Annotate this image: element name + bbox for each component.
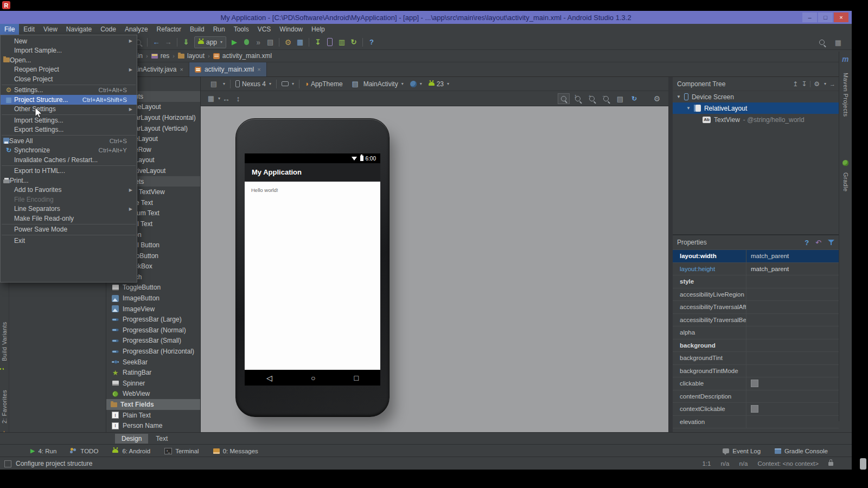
revert-icon[interactable]: ↶ xyxy=(815,239,821,247)
file-menu-item-invalidate-caches-restart[interactable]: Invalidate Caches / Restart... xyxy=(1,155,137,165)
property-row-accessibilityliveregion[interactable]: accessibilityLiveRegion xyxy=(673,288,839,301)
property-row-style[interactable]: style xyxy=(673,275,839,288)
gear-icon[interactable] xyxy=(651,93,663,104)
toolwindow-stripe-gradle[interactable]: Gradle xyxy=(842,170,849,195)
file-menu-item-import-sample[interactable]: Import Sample... xyxy=(1,46,137,56)
avd-manager-icon[interactable] xyxy=(324,37,336,48)
file-menu-item-save-all[interactable]: Save AllCtrl+S xyxy=(1,136,137,146)
menu-help[interactable]: Help xyxy=(307,24,329,35)
property-row-accessibilitytraversalbefore[interactable]: accessibilityTraversalBefore xyxy=(673,314,839,327)
help-icon[interactable]: ? xyxy=(805,239,809,247)
panel-splitter[interactable] xyxy=(668,77,673,432)
configuration-selector[interactable] xyxy=(205,78,228,90)
search-icon[interactable] xyxy=(816,37,828,48)
property-row-layout-width[interactable]: layout:widthmatch_parent xyxy=(673,250,839,263)
settings-icon[interactable] xyxy=(282,37,294,48)
palette-item-imagebutton[interactable]: ImageButton xyxy=(106,293,200,304)
palette-section-text-fields[interactable]: Text Fields xyxy=(106,399,200,410)
file-menu-item-export-to-html[interactable]: Export to HTML... xyxy=(1,166,137,176)
property-row-clickable[interactable]: clickable xyxy=(673,377,839,390)
zoom-grid-icon[interactable] xyxy=(205,93,217,104)
maximize-button[interactable]: □ xyxy=(818,12,833,22)
zoom-actual-icon[interactable]: 1 xyxy=(572,93,584,104)
file-menu-item-close-project[interactable]: Close Project xyxy=(1,74,137,84)
expand-arrow-icon[interactable]: ▼ xyxy=(676,94,681,99)
editor-mode-tab-design[interactable]: Design xyxy=(115,434,148,444)
toolwindow-6-android[interactable]: 6: Android xyxy=(112,448,150,454)
toolwindow-4-run[interactable]: 4: Run xyxy=(30,447,56,454)
api-level-selector[interactable]: 23 xyxy=(426,78,452,90)
palette-item-spinner[interactable]: Spinner xyxy=(106,378,200,389)
toolwindow-stripe-build-variants[interactable]: Build Variants xyxy=(1,320,8,363)
toolwindow-toggle-icon[interactable] xyxy=(4,460,11,467)
menu-file[interactable]: File xyxy=(0,24,19,35)
file-menu-item-open[interactable]: Open... xyxy=(1,55,137,65)
palette-item-progressbar-horizontal[interactable]: ProgressBar (Horizontal) xyxy=(106,346,200,357)
zoom-out-icon[interactable]: − xyxy=(600,93,612,104)
menu-run[interactable]: Run xyxy=(209,24,229,35)
property-row-accessibilitytraversalafter[interactable]: accessibilityTraversalAfter xyxy=(673,301,839,314)
property-row-backgroundtintmode[interactable]: backgroundTintMode xyxy=(673,365,839,378)
debug-icon[interactable] xyxy=(240,37,252,48)
toolwindow-stripe-maven-projects[interactable]: Maven Projects xyxy=(842,68,849,122)
file-menu-item-exit[interactable]: Exit xyxy=(1,236,137,246)
fit-height-icon[interactable] xyxy=(232,93,244,104)
palette-item-plain-text[interactable]: Plain Text xyxy=(106,410,200,421)
file-menu-item-make-file-read-only[interactable]: Make File Read-only xyxy=(1,214,137,223)
minimize-button[interactable]: – xyxy=(802,12,817,22)
forward-icon[interactable] xyxy=(162,37,174,48)
compile-icon[interactable] xyxy=(180,37,192,48)
coverage-icon[interactable] xyxy=(252,37,264,48)
file-menu-item-print[interactable]: Print... xyxy=(1,176,137,185)
menu-navigate[interactable]: Navigate xyxy=(62,24,96,35)
menu-edit[interactable]: Edit xyxy=(19,24,39,35)
toolwindow-event-log[interactable]: Event Log xyxy=(723,448,761,454)
locale-selector[interactable] xyxy=(407,78,425,90)
palette-item-progressbar-normal[interactable]: ProgressBar (Normal) xyxy=(106,325,200,336)
run-configuration-selector[interactable]: app xyxy=(194,36,226,48)
menu-tools[interactable]: Tools xyxy=(229,24,253,35)
panels-icon[interactable] xyxy=(832,37,844,48)
menu-refactor[interactable]: Refactor xyxy=(152,24,186,35)
expand-arrow-icon[interactable]: ▼ xyxy=(686,106,691,111)
lock-icon[interactable] xyxy=(828,462,833,466)
gradle-sync-icon[interactable] xyxy=(348,37,360,48)
fit-width-icon[interactable] xyxy=(220,93,232,104)
collapse-all-icon[interactable] xyxy=(801,80,807,88)
menu-window[interactable]: Window xyxy=(275,24,307,35)
zoom-in-icon[interactable]: + xyxy=(586,93,598,104)
file-menu-item-new[interactable]: New▶ xyxy=(1,36,137,46)
device-monitor-icon[interactable] xyxy=(336,37,348,48)
menu-build[interactable]: Build xyxy=(186,24,209,35)
property-row-elevation[interactable]: elevation xyxy=(673,416,839,429)
property-row-contextclickable[interactable]: contextClickable xyxy=(673,403,839,416)
palette-item-progressbar-large[interactable]: ProgressBar (Large) xyxy=(106,314,200,325)
file-menu-item-synchronize[interactable]: SynchronizeCtrl+Alt+Y xyxy=(1,146,137,156)
close-button[interactable]: × xyxy=(834,12,848,22)
property-row-layout-height[interactable]: layout:heightmatch_parent xyxy=(673,263,839,276)
design-surface[interactable]: 6:00 My Application Hello world! ◁ ○ xyxy=(201,106,668,432)
run-icon[interactable] xyxy=(228,37,240,48)
toolwindow-gradle-console[interactable]: Gradle Console xyxy=(775,448,828,454)
expand-all-icon[interactable] xyxy=(793,80,798,88)
theme-selector[interactable]: AppTheme xyxy=(302,78,346,90)
filter-funnel-icon[interactable] xyxy=(828,239,834,246)
palette-item-ratingbar[interactable]: RatingBar xyxy=(106,367,200,378)
editor-mode-tab-text[interactable]: Text xyxy=(149,434,174,444)
close-tab-icon[interactable]: × xyxy=(180,66,183,73)
file-menu-item-line-separators[interactable]: Line Separators▶ xyxy=(1,204,137,214)
file-menu-item-add-to-favorites[interactable]: Add to Favorites▶ xyxy=(1,185,137,195)
breadcrumb-res[interactable]: res xyxy=(151,52,170,60)
palette-item-person-name[interactable]: Person Name xyxy=(106,420,200,431)
refresh-icon[interactable] xyxy=(628,93,640,104)
preview-file-icon[interactable] xyxy=(614,93,626,104)
tree-node-textview[interactable]: TextView- @string/hello_world xyxy=(673,114,839,125)
tree-node-device-screen[interactable]: ▼Device Screen xyxy=(673,91,839,102)
menu-view[interactable]: View xyxy=(39,24,62,35)
help-icon[interactable] xyxy=(366,37,378,48)
checkbox[interactable] xyxy=(751,380,758,387)
breadcrumb-layout[interactable]: layout xyxy=(178,52,205,60)
hide-panel-icon[interactable] xyxy=(829,80,835,88)
project-structure-icon[interactable] xyxy=(294,37,306,48)
palette-item-progressbar-small[interactable]: ProgressBar (Small) xyxy=(106,336,200,346)
